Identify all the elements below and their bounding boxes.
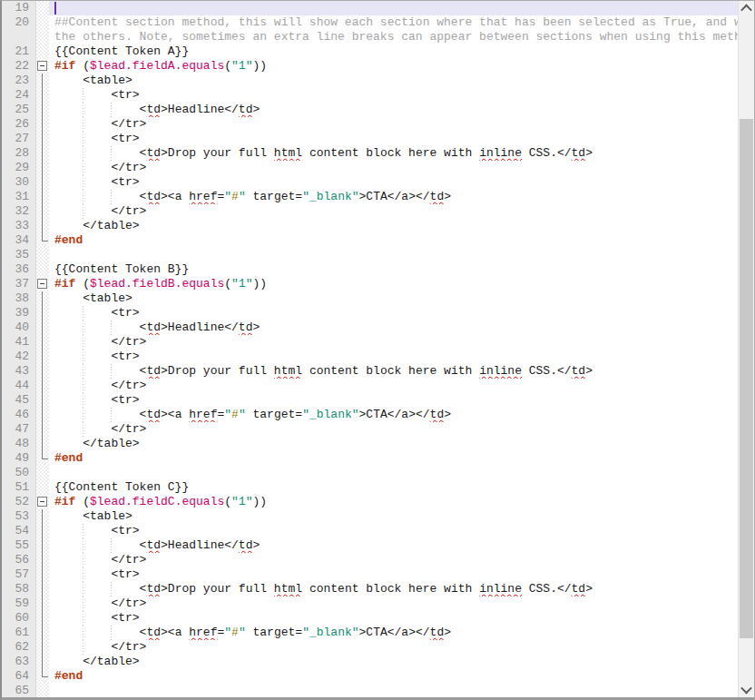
- indent-guide: [83, 422, 83, 437]
- code-text[interactable]: [49, 684, 738, 697]
- code-text[interactable]: [49, 248, 738, 262]
- code-token: <table>: [54, 291, 132, 305]
- scrollbar-up-button[interactable]: [739, 1, 754, 16]
- code-text[interactable]: <tr>: [49, 175, 738, 190]
- code-text[interactable]: <td>Headline</td>: [49, 103, 738, 117]
- code-token: ><a: [161, 626, 189, 639]
- scrollbar-down-button[interactable]: [739, 682, 754, 697]
- code-text[interactable]: <td><a href="#" target="_blank">CTA</a><…: [49, 190, 738, 204]
- code-text[interactable]: </tr>: [49, 379, 738, 393]
- code-token: {{Content Token A}}: [54, 44, 189, 58]
- line-number: 51: [2, 480, 36, 495]
- code-text[interactable]: <tr>: [49, 567, 738, 582]
- fold-margin: [36, 291, 49, 306]
- code-text[interactable]: <tr>: [49, 611, 738, 626]
- code-text[interactable]: #if ($lead.fieldC.equals("1")): [49, 495, 738, 509]
- fold-toggle[interactable]: [36, 495, 49, 509]
- fold-margin: [36, 437, 49, 451]
- code-area[interactable]: 1920##Content section method, this will …: [2, 1, 738, 697]
- code-text[interactable]: </tr>: [49, 204, 738, 219]
- code-text[interactable]: <table>: [49, 509, 738, 524]
- scrollbar-thumb[interactable]: [740, 119, 753, 638]
- code-text[interactable]: </tr>: [49, 596, 738, 611]
- fold-toggle[interactable]: [36, 59, 49, 74]
- code-text[interactable]: <table>: [49, 291, 738, 306]
- code-text[interactable]: <tr>: [49, 132, 738, 146]
- code-text[interactable]: </table>: [49, 655, 738, 669]
- code-text[interactable]: #end: [49, 451, 738, 466]
- line-number: 28: [2, 146, 36, 161]
- fold-margin: [36, 567, 49, 582]
- indent-guide: [111, 626, 112, 640]
- line-number: 65: [2, 684, 36, 697]
- fold-margin: [36, 132, 49, 146]
- fold-margin: [36, 233, 49, 248]
- code-text[interactable]: #if ($lead.fieldA.equals("1")): [49, 59, 738, 74]
- code-line: 43 <td>Drop your full html content block…: [2, 364, 738, 379]
- code-text[interactable]: <tr>: [49, 524, 738, 538]
- code-line: 54 <tr>: [2, 524, 738, 538]
- code-token: (: [224, 59, 231, 73]
- fold-margin: [36, 655, 49, 669]
- code-text[interactable]: #end: [49, 233, 738, 248]
- code-text[interactable]: <td>Headline</td>: [49, 538, 738, 553]
- code-token: <: [54, 103, 146, 116]
- code-text[interactable]: </tr>: [49, 640, 738, 655]
- code-text[interactable]: </tr>: [49, 335, 738, 350]
- misspelled-token: href: [189, 190, 217, 203]
- indent-guide: [83, 103, 83, 117]
- code-text[interactable]: </table>: [49, 219, 738, 233]
- line-number: 43: [2, 364, 36, 379]
- indent-guide: [83, 596, 83, 611]
- fold-margin: [36, 204, 49, 219]
- code-token: target=: [246, 190, 302, 203]
- code-line: 42 <tr>: [2, 350, 738, 364]
- code-text[interactable]: the others. Note, sometimes an extra lin…: [49, 30, 738, 44]
- code-text[interactable]: </table>: [49, 437, 738, 451]
- velocity-variable-token: $lead.fieldA.equals: [90, 59, 224, 73]
- code-text[interactable]: #if ($lead.fieldB.equals("1")): [49, 277, 738, 291]
- fold-margin: [36, 553, 49, 567]
- code-text[interactable]: {{Content Token B}}: [49, 262, 738, 277]
- code-text[interactable]: <td><a href="#" target="_blank">CTA</a><…: [49, 408, 738, 422]
- code-text[interactable]: <tr>: [49, 393, 738, 408]
- line-number: 45: [2, 393, 36, 408]
- code-text[interactable]: <td>Drop your full html content block he…: [49, 146, 738, 161]
- code-text[interactable]: <tr>: [49, 88, 738, 103]
- code-text[interactable]: #end: [49, 669, 738, 684]
- fold-margin: [36, 103, 49, 117]
- code-text[interactable]: <td><a href="#" target="_blank">CTA</a><…: [49, 626, 738, 640]
- code-text[interactable]: {{Content Token C}}: [49, 480, 738, 495]
- string-token: "_blank": [302, 190, 358, 203]
- code-line: 30 <tr>: [2, 175, 738, 190]
- indent-guide: [111, 320, 112, 335]
- code-text[interactable]: <td>Drop your full html content block he…: [49, 582, 738, 596]
- string-token: "1": [231, 495, 252, 508]
- fold-toggle[interactable]: [36, 277, 49, 291]
- code-text[interactable]: <table>: [49, 74, 738, 88]
- code-text[interactable]: [49, 1, 738, 15]
- fold-margin: [36, 88, 49, 103]
- vertical-scrollbar[interactable]: [738, 1, 754, 697]
- fold-margin: [36, 640, 49, 655]
- code-line: 26 </tr>: [2, 117, 738, 132]
- code-text[interactable]: <tr>: [49, 350, 738, 364]
- code-text[interactable]: [49, 466, 738, 480]
- code-text[interactable]: {{Content Token A}}: [49, 44, 738, 59]
- code-text[interactable]: <td>Headline</td>: [49, 320, 738, 335]
- line-number: 50: [2, 466, 36, 480]
- code-token: <: [54, 408, 146, 421]
- code-token: >Drop your full: [161, 364, 274, 378]
- code-text[interactable]: ##Content section method, this will show…: [49, 15, 738, 30]
- misspelled-token: td: [146, 538, 161, 552]
- code-text[interactable]: </tr>: [49, 553, 738, 567]
- misspelled-token: td: [146, 582, 161, 596]
- fold-margin: [36, 350, 49, 364]
- code-text[interactable]: </tr>: [49, 117, 738, 132]
- code-text[interactable]: </tr>: [49, 422, 738, 437]
- code-text[interactable]: <td>Drop your full html content block he…: [49, 364, 738, 379]
- code-text[interactable]: </tr>: [49, 161, 738, 175]
- line-number: 34: [2, 233, 36, 248]
- code-token: content block here with: [302, 364, 479, 378]
- code-text[interactable]: <tr>: [49, 306, 738, 320]
